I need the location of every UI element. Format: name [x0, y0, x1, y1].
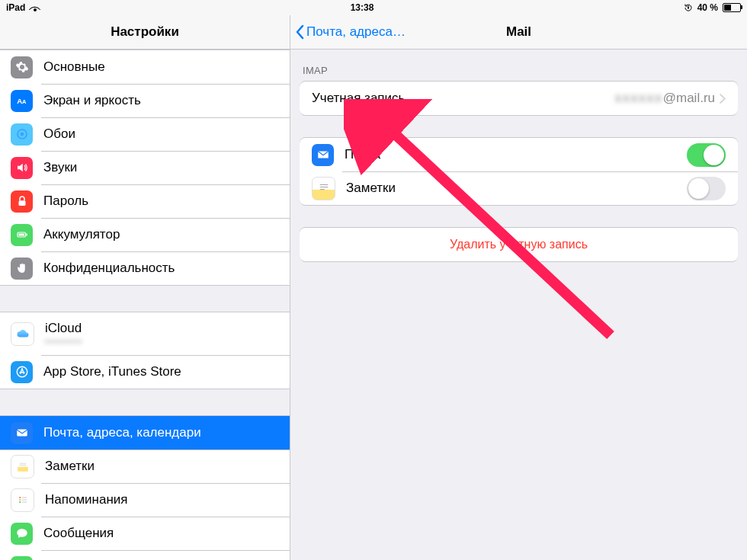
status-bar: iPad 13:38 40 %	[0, 0, 747, 15]
account-row-label: Учетная запись	[312, 91, 615, 106]
svg-rect-12	[18, 467, 28, 472]
mail-toggle-row: Почта	[300, 138, 738, 171]
notes-toggle[interactable]	[687, 177, 726, 200]
sidebar-item-label: Конфиденциальность	[43, 261, 279, 276]
lock-icon	[11, 190, 33, 213]
sidebar-item-label: iCloud	[45, 321, 83, 336]
sidebar-item-passcode[interactable]: Пароль	[0, 184, 290, 218]
reminders-icon	[11, 488, 34, 512]
sidebar-item-mail[interactable]: Почта, адреса, календари	[0, 416, 290, 450]
back-label: Почта, адреса…	[306, 24, 406, 40]
settings-sidebar: Настройки ОсновныеAAЭкран и яркостьОбоиЗ…	[0, 15, 290, 560]
sidebar-item-stores[interactable]: App Store, iTunes Store	[0, 355, 290, 389]
aa-icon: AA	[11, 90, 33, 112]
battery-icon	[723, 3, 741, 12]
mail-toggle[interactable]	[687, 143, 726, 167]
sidebar-item-label: Сообщения	[43, 526, 279, 541]
sidebar-item-display[interactable]: AAЭкран и яркость	[0, 84, 290, 117]
sidebar-item-label: Экран и яркость	[43, 93, 279, 108]
sidebar-item-wallpaper[interactable]: Обои	[0, 117, 290, 151]
chevron-left-icon	[295, 24, 304, 40]
svg-rect-10	[17, 430, 27, 437]
sidebar-item-messages[interactable]: Сообщения	[0, 517, 290, 550]
notes-icon	[11, 455, 34, 478]
delete-account-button[interactable]: Удалить учетную запись	[300, 228, 738, 261]
battery-icon	[11, 224, 33, 246]
sidebar-item-label: Обои	[43, 126, 279, 142]
sidebar-item-label: Аккумулятор	[43, 227, 279, 242]
sidebar-item-label: Пароль	[43, 194, 279, 209]
wifi-icon	[30, 4, 40, 11]
sidebar-item-notes[interactable]: Заметки	[0, 450, 290, 483]
svg-rect-8	[18, 234, 24, 236]
svg-text:A: A	[22, 98, 27, 105]
sidebar-item-label: Заметки	[45, 459, 279, 474]
svg-point-16	[19, 501, 21, 503]
notes-icon	[312, 177, 335, 200]
account-row-value: xxxxxx@mail.ru	[615, 91, 715, 106]
facetime-icon	[11, 556, 33, 561]
detail-nav: Почта, адреса… Mail	[290, 15, 747, 50]
svg-rect-5	[18, 200, 25, 206]
flower-icon	[11, 123, 33, 146]
sidebar-item-label: App Store, iTunes Store	[43, 364, 279, 379]
mail-toggle-label: Почта	[345, 147, 687, 162]
sidebar-item-facetime[interactable]: FaceTime	[0, 550, 290, 560]
appstore-icon	[11, 361, 33, 383]
section-header-imap: IMAP	[290, 50, 747, 81]
svg-point-14	[19, 497, 21, 498]
svg-rect-7	[26, 234, 27, 236]
detail-pane: Почта, адреса… Mail IMAP Учетная запись …	[290, 15, 747, 560]
sidebar-item-subtitle: ••••••••	[45, 337, 83, 347]
delete-account-label: Удалить учетную запись	[450, 238, 588, 251]
device-name: iPad	[6, 2, 25, 13]
sidebar-item-label: Почта, адреса, календари	[43, 425, 279, 440]
mail-icon	[11, 422, 33, 444]
svg-point-3	[20, 133, 24, 136]
svg-text:A: A	[17, 97, 22, 105]
sidebar-item-sounds[interactable]: Звуки	[0, 151, 290, 184]
detail-title: Mail	[506, 24, 531, 40]
back-button[interactable]: Почта, адреса…	[295, 15, 406, 49]
mail-icon	[312, 144, 334, 166]
sidebar-item-general[interactable]: Основные	[0, 50, 290, 84]
chevron-right-icon	[720, 94, 726, 104]
sidebar-nav: Настройки	[0, 15, 290, 50]
sidebar-item-reminders[interactable]: Напоминания	[0, 483, 290, 517]
orientation-lock-icon	[684, 3, 693, 12]
account-row[interactable]: Учетная запись xxxxxx@mail.ru	[300, 82, 738, 115]
messages-icon	[11, 523, 33, 545]
hand-icon	[11, 258, 33, 280]
sidebar-title: Настройки	[111, 24, 179, 40]
sidebar-item-privacy[interactable]: Конфиденциальность	[0, 251, 290, 285]
sidebar-item-label: Напоминания	[45, 492, 279, 507]
notes-toggle-label: Заметки	[346, 181, 687, 196]
battery-percent: 40 %	[697, 2, 718, 13]
speaker-icon	[11, 157, 33, 179]
gear-icon	[11, 56, 33, 78]
svg-point-15	[19, 499, 21, 501]
sidebar-item-label: Звуки	[43, 160, 279, 175]
clock: 13:38	[40, 2, 683, 13]
sidebar-item-icloud[interactable]: iCloud••••••••	[0, 312, 290, 355]
svg-rect-0	[688, 7, 689, 9]
sidebar-item-battery[interactable]: Аккумулятор	[0, 218, 290, 251]
cloud-icon	[11, 322, 34, 346]
notes-toggle-row: Заметки	[300, 171, 738, 205]
sidebar-item-label: Основные	[43, 59, 279, 75]
